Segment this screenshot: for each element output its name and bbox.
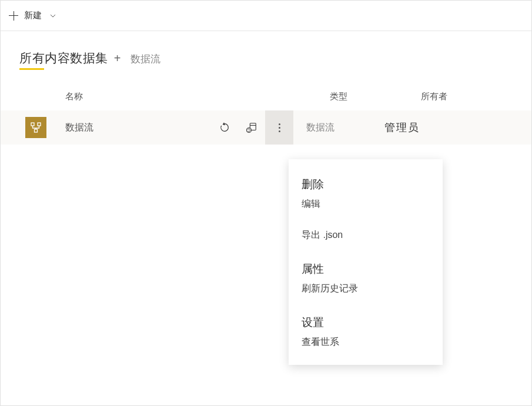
schedule-icon <box>246 122 257 133</box>
dataflow-icon <box>25 117 46 138</box>
refresh-button[interactable] <box>211 110 238 145</box>
menu-edit[interactable]: 编辑 <box>289 196 443 216</box>
row-actions <box>211 110 293 145</box>
svg-rect-2 <box>35 129 38 132</box>
top-bar: 新建 <box>1 1 531 31</box>
column-header-name[interactable]: 名称 <box>1 91 330 102</box>
more-options-button[interactable] <box>265 110 293 145</box>
menu-properties[interactable]: 属性 <box>289 254 443 280</box>
column-header-owner[interactable]: 所有者 <box>421 91 531 102</box>
column-header-type[interactable]: 类型 <box>330 91 421 102</box>
row-owner: 管理员 <box>384 120 420 135</box>
row-name: 数据流 <box>46 122 211 134</box>
plus-icon <box>9 11 18 21</box>
menu-settings[interactable]: 设置 <box>289 308 443 334</box>
schedule-refresh-button[interactable] <box>238 110 265 145</box>
context-menu: 删除 编辑 导出 .json 属性 刷新历史记录 设置 查看世系 <box>289 159 443 365</box>
menu-delete[interactable]: 删除 <box>289 170 443 196</box>
chevron-down-icon <box>50 14 56 18</box>
tabs: 所有内容数据集 + 数据流 <box>1 50 531 83</box>
tab-plus: + <box>114 52 121 65</box>
tab-dataflow[interactable]: 数据流 <box>131 52 160 66</box>
menu-refresh-history[interactable]: 刷新历史记录 <box>289 280 443 301</box>
new-button[interactable]: 新建 <box>9 10 56 21</box>
vertical-dots-icon <box>279 123 280 132</box>
svg-rect-0 <box>31 123 34 126</box>
new-button-label: 新建 <box>24 10 42 21</box>
tab-all-content-datasets[interactable]: 所有内容数据集 + <box>19 50 121 66</box>
table-row[interactable]: 数据流 <box>1 110 531 145</box>
svg-point-5 <box>246 127 251 132</box>
tab-main-label: 所有内容数据集 <box>19 51 108 65</box>
menu-export-json[interactable]: 导出 .json <box>289 223 443 247</box>
refresh-icon <box>219 122 230 133</box>
svg-rect-1 <box>38 123 41 126</box>
menu-view-lineage[interactable]: 查看世系 <box>289 334 443 354</box>
table-header: 名称 类型 所有者 <box>1 83 531 110</box>
row-type: 数据流 <box>293 122 384 134</box>
content-area: 所有内容数据集 + 数据流 名称 类型 所有者 数据流 <box>1 31 531 145</box>
